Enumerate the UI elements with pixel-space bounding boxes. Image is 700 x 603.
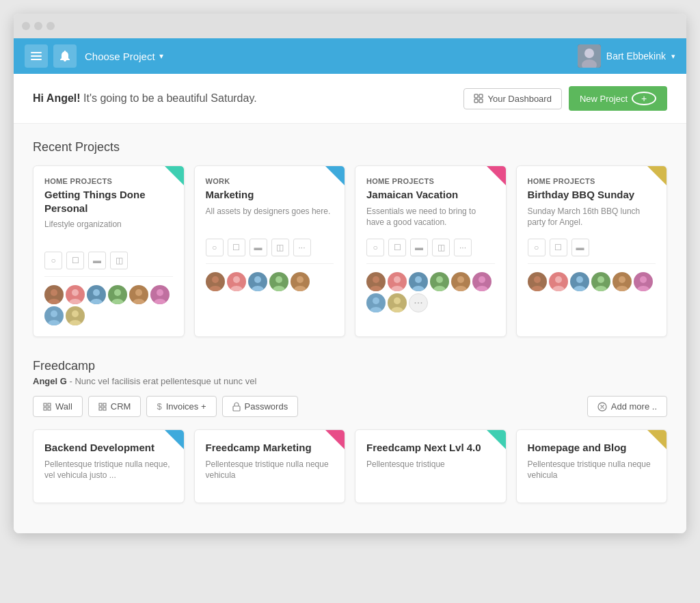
svg-point-57 [574,286,586,291]
add-more-button[interactable]: Add more .. [587,396,667,417]
freedcamp-project-card[interactable]: Freedcamp Marketing Pellentesque tristiq… [194,429,346,503]
project-card[interactable]: Work Marketing All assets by designers g… [194,165,346,337]
card-action-icon[interactable]: ☐ [550,239,567,256]
notifications-button[interactable] [53,44,77,68]
svg-rect-67 [48,407,51,410]
card-action-icon[interactable]: ◫ [271,239,289,256]
freedcamp-sub-text: - Nunc vel facilisis erat pellentesque u… [67,376,256,386]
svg-rect-8 [474,99,478,103]
card-action-icon[interactable]: ··· [293,239,311,256]
svg-point-61 [616,286,628,291]
svg-point-46 [479,276,485,283]
avatar-circle [409,272,428,291]
scroll-area: Recent Projects Home Projects Getting Th… [14,124,686,533]
card-action-icon[interactable]: ▬ [250,239,267,256]
card-action-icon[interactable]: ☐ [228,239,245,256]
avatar-circle [206,272,225,291]
card-desc: Pellentesque tristique [366,459,495,482]
card-action-icon[interactable]: ○ [206,239,224,256]
welcome-actions: Your Dashboard New Project + [463,86,667,111]
svg-point-29 [230,286,243,291]
avatar-circle [269,272,288,291]
card-action-icon[interactable]: ◫ [432,239,450,256]
app-window: Choose Project ▾ Bart Ebbekink ▾ Hi Ange… [14,14,686,533]
svg-point-26 [212,276,219,283]
card-actions: ○☐▬◫ [44,252,173,277]
card-action-icon[interactable]: ▬ [88,252,106,269]
user-menu[interactable]: Bart Ebbekink ▾ [578,44,675,68]
svg-point-13 [69,299,81,304]
project-card[interactable]: Home Projects Jamaican Vacation Essentia… [355,165,507,337]
freedcamp-subtitle: Angel G - Nunc vel facilisis erat pellen… [33,376,667,386]
svg-point-10 [51,289,57,296]
card-corner [487,430,506,449]
card-title: Freedcamp Marketing [206,441,334,455]
card-desc: All assets by designers goes here. [206,206,334,229]
card-category: Home Projects [44,177,173,185]
svg-point-20 [157,289,163,296]
card-title: Marketing [206,188,334,202]
dashboard-button-label: Your Dashboard [487,94,551,104]
project-selector[interactable]: Choose Project ▾ [85,51,163,62]
freedcamp-tab-passwords[interactable]: Passwords [222,396,299,417]
tab-label: Invoices + [166,401,206,412]
svg-rect-6 [474,94,478,98]
card-action-icon[interactable]: ☐ [388,239,406,256]
card-action-icon[interactable]: ▬ [410,239,428,256]
dashboard-button[interactable]: Your Dashboard [463,88,561,109]
svg-point-25 [69,320,81,325]
card-desc: Pellentesque tristique nulla neque vehic… [528,459,656,482]
card-action-icon[interactable]: ☐ [66,252,84,269]
svg-rect-68 [99,403,102,406]
svg-rect-70 [99,407,102,410]
freedcamp-tab-crm[interactable]: CRM [88,396,142,417]
project-card[interactable]: Home Projects Birthday BBQ Sunday Sunday… [516,165,668,337]
svg-rect-72 [233,406,240,411]
avatar-circle [549,272,568,291]
card-action-icon[interactable]: ◫ [110,252,128,269]
svg-point-44 [457,276,464,283]
freedcamp-project-card[interactable]: Backend Development Pellentesque tristiq… [33,429,185,503]
freedcamp-project-card[interactable]: Freedcamp Next Lvl 4.0 Pellentesque tris… [355,429,507,503]
card-actions: ○☐▬ [528,239,656,264]
svg-point-4 [584,49,594,58]
svg-point-37 [370,286,382,291]
card-avatars [206,272,334,291]
svg-point-45 [455,286,467,291]
svg-rect-64 [44,403,46,406]
svg-point-17 [111,299,124,304]
freedcamp-tab-invoices-+[interactable]: $Invoices + [146,396,216,417]
card-action-icon[interactable]: ○ [44,252,62,269]
svg-point-43 [433,286,446,291]
svg-point-30 [254,276,261,283]
svg-rect-7 [479,94,483,98]
card-action-icon[interactable]: ○ [528,239,546,256]
svg-point-42 [436,276,443,283]
svg-point-38 [394,276,401,283]
freedcamp-project-card[interactable]: Homepage and Blog Pellentesque tristique… [516,429,668,503]
svg-point-62 [640,276,647,283]
svg-rect-2 [31,59,42,60]
card-title: Getting Things Done Personal [44,188,173,215]
card-action-icon[interactable]: ○ [366,239,384,256]
new-project-button[interactable]: New Project + [569,86,667,111]
card-action-icon[interactable]: ▬ [571,239,589,256]
card-title: Homepage and Blog [528,441,656,455]
card-actions: ○☐▬◫··· [366,239,495,264]
freedcamp-tabs: WallCRM$Invoices +PasswordsAdd more .. [33,396,667,417]
card-actions: ○☐▬◫··· [206,239,334,264]
freedcamp-tab-wall[interactable]: Wall [33,396,83,417]
card-action-icon[interactable]: ··· [454,239,472,256]
plus-icon: + [632,92,656,105]
more-avatars[interactable]: ··· [409,293,428,312]
card-desc: Essentials we need to bring to have a go… [366,206,495,229]
project-card[interactable]: Home Projects Getting Things Done Person… [33,165,185,337]
card-category: Home Projects [366,177,495,185]
svg-point-55 [552,286,565,291]
menu-button[interactable] [25,44,48,68]
avatar-circle [570,272,589,291]
svg-rect-71 [103,407,106,410]
svg-point-24 [72,310,79,317]
avatar-circle [366,272,386,291]
svg-rect-0 [31,52,42,53]
